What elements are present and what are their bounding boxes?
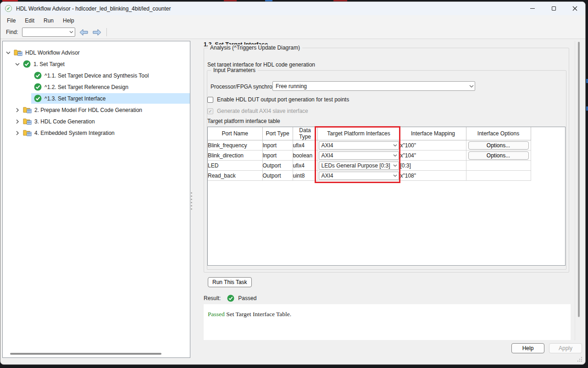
port-type-cell: Outport	[262, 171, 293, 181]
chevron-expanded-icon[interactable]	[15, 61, 20, 67]
chevron-down-icon	[468, 85, 475, 88]
port-type-cell: Inport	[262, 151, 293, 161]
target-platform-interface-table: Port Name Port Type Data Type Target Pla…	[207, 127, 566, 266]
chevron-down-icon[interactable]	[68, 31, 75, 33]
help-button[interactable]: Help	[511, 343, 544, 353]
tree-item-set-target[interactable]: 1. Set Target	[3, 58, 190, 70]
close-icon	[572, 6, 577, 11]
menu-help[interactable]: Help	[58, 16, 79, 25]
interface-value: LEDs General Purpose [0:3]	[319, 162, 392, 169]
passed-check-icon	[227, 295, 234, 302]
table-header-row: Port Name Port Type Data Type Target Pla…	[208, 127, 531, 140]
close-button[interactable]	[564, 2, 585, 15]
port-name-cell: Blink_direction	[208, 151, 262, 161]
result-message-text: Set Target Interface Table.	[225, 311, 291, 318]
col-data-type: Data Type	[293, 127, 317, 140]
tree-item-prepare-model[interactable]: 2. Prepare Model For HDL Code Generation	[3, 104, 190, 116]
tree-item-label: 3. HDL Code Generation	[34, 118, 99, 125]
find-label: Find:	[6, 29, 18, 35]
sync-dropdown[interactable]: Free running	[272, 81, 475, 91]
vertical-scrollbar[interactable]	[578, 42, 580, 317]
panel-splitter[interactable]	[191, 192, 192, 210]
passed-check-icon	[34, 95, 42, 102]
interface-table-caption: Target platform interface table	[207, 118, 280, 124]
interface-options-empty-cell	[466, 171, 531, 181]
col-interface-options: Interface Options	[466, 127, 531, 140]
interface-mapping-cell: [0:3]	[400, 161, 466, 171]
chevron-expanded-icon[interactable]	[6, 50, 11, 56]
tree-item-hdl-workflow-advisor[interactable]: HDL Workflow Advisor	[3, 47, 190, 58]
checkbox-checked-disabled-icon: ✓	[207, 108, 213, 114]
maximize-button[interactable]	[543, 2, 564, 15]
data-type-cell: uint8	[293, 171, 317, 181]
chevron-collapsed-icon[interactable]	[15, 107, 20, 113]
backdrop-mark	[586, 79, 588, 83]
interface-dropdown[interactable]: AXI4	[319, 172, 399, 180]
sync-dropdown-value: Free running	[273, 83, 468, 89]
table-row: Blink_frequency Inport ufix4 AXI4 x"100"…	[208, 140, 531, 151]
passed-check-icon	[34, 72, 42, 79]
table-row: Read_back Outport uint8 AXI4 x"108"	[208, 171, 531, 181]
chevron-down-icon	[392, 144, 399, 147]
folder-grid-icon	[23, 118, 32, 125]
arrow-left-icon	[79, 29, 88, 36]
tree-item-label: 2. Prepare Model For HDL Code Generation	[34, 107, 146, 113]
data-type-cell: ufix4	[293, 140, 317, 151]
interface-dropdown[interactable]: LEDs General Purpose [0:3]	[319, 162, 399, 170]
tree-item-hdl-code-generation[interactable]: 3. HDL Code Generation	[3, 116, 190, 127]
chevron-collapsed-icon[interactable]	[15, 130, 20, 136]
port-name-cell: LED	[208, 161, 262, 171]
tree-item-embedded-system-integration[interactable]: 4. Embedded System Integration	[3, 127, 190, 139]
testpoints-checkbox-row[interactable]: Enable HDL DUT output port generation fo…	[207, 96, 349, 103]
vertical-scrollbar-track	[575, 41, 575, 340]
port-name-cell: Read_back	[208, 171, 262, 181]
find-next-button[interactable]	[92, 28, 102, 37]
interface-dropdown[interactable]: AXI4	[319, 151, 399, 160]
tree-item-set-target-device[interactable]: ^1.1. Set Target Device and Synthesis To…	[3, 70, 190, 81]
interface-value: AXI4	[319, 173, 392, 179]
minimize-button[interactable]	[522, 2, 543, 15]
tree-item-label: HDL Workflow Advisor	[25, 50, 83, 56]
data-type-cell: boolean	[293, 151, 317, 161]
interface-mapping-cell: x"108"	[400, 171, 466, 181]
titlebar: ✓ HDL Workflow Advisor - hdlcoder_led_bl…	[0, 2, 585, 15]
menu-run[interactable]: Run	[39, 16, 58, 25]
result-report-area: Passed Set Target Interface Table.	[204, 304, 571, 340]
app-check-icon: ✓	[5, 5, 12, 12]
chevron-down-icon	[392, 164, 399, 167]
port-name-cell: Blink_frequency	[208, 140, 262, 151]
col-target-platform-interfaces: Target Platform Interfaces	[317, 127, 400, 140]
folder-grid-icon	[23, 129, 32, 136]
checkbox-unchecked-icon[interactable]	[207, 97, 213, 103]
interface-dropdown[interactable]: AXI4	[319, 141, 399, 150]
menu-edit[interactable]: Edit	[20, 16, 39, 25]
testpoints-checkbox-label: Enable HDL DUT output port generation fo…	[217, 96, 349, 103]
workflow-tree-panel: HDL Workflow Advisor 1. Set Target ^1.1.…	[2, 41, 190, 358]
run-this-task-button[interactable]: Run This Task	[208, 277, 252, 287]
tree-item-label: ^1.1. Set Target Device and Synthesis To…	[44, 72, 152, 79]
options-button[interactable]: Options...	[468, 151, 529, 160]
port-type-cell: Outport	[262, 161, 293, 171]
tree-item-label: 4. Embedded System Integration	[34, 130, 118, 136]
result-message-status: Passed	[208, 311, 225, 318]
find-previous-button[interactable]	[79, 28, 89, 37]
result-status: Passed	[238, 295, 256, 301]
toolbar-separator	[106, 28, 107, 36]
tree-item-set-target-interface[interactable]: ^1.3. Set Target Interface	[3, 93, 190, 104]
options-button[interactable]: Options...	[468, 141, 529, 150]
find-toolbar: Find:	[0, 26, 585, 39]
resize-grip-icon[interactable]	[577, 356, 582, 362]
chevron-collapsed-icon[interactable]	[15, 119, 20, 124]
find-combobox[interactable]	[22, 28, 75, 37]
find-input[interactable]	[22, 28, 68, 36]
analysis-groupbox-label: Analysis (^Triggers Update Diagram)	[208, 45, 302, 51]
tree-item-set-target-reference[interactable]: ^1.2. Set Target Reference Design	[3, 81, 190, 93]
table-row: LED Outport ufix4 LEDs General Purpose […	[208, 161, 531, 171]
interface-mapping-cell: x"100"	[400, 140, 466, 151]
menu-file[interactable]: File	[2, 16, 20, 25]
folder-grid-icon	[14, 49, 22, 56]
port-type-cell: Inport	[262, 140, 293, 151]
input-parameters-label: Input Parameters	[211, 67, 258, 73]
horizontal-scrollbar[interactable]	[10, 353, 161, 355]
passed-check-icon	[34, 83, 42, 91]
